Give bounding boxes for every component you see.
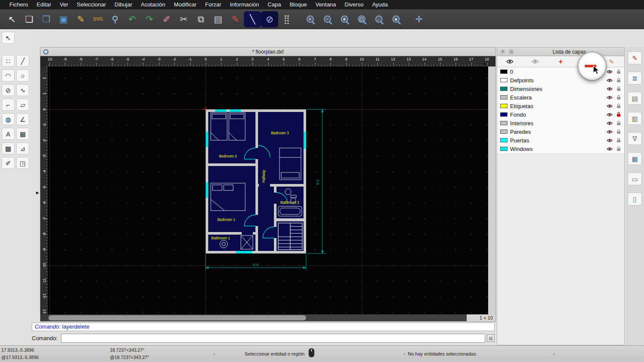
layer-visibility-icon[interactable] [607,70,613,74]
layer-visibility-icon[interactable] [607,147,613,151]
layer-lock-icon[interactable] [617,86,621,91]
scrollbar-thumb[interactable] [49,315,306,320]
layer-lock-icon[interactable] [617,129,621,134]
block-list-panel-button[interactable]: ▤ [628,92,642,105]
zoom-out-button[interactable]: − [319,11,336,27]
previous-view-button[interactable]: ← [370,11,387,27]
ellipse-tool[interactable]: ⊘ [2,84,15,96]
layer-row[interactable]: Interiores ✎ [497,119,624,127]
layer-visibility-icon[interactable] [607,104,613,108]
spline-tool[interactable]: ∿ [16,84,29,96]
horizontal-scrollbar[interactable] [48,314,468,321]
edit-drawing-button[interactable]: ✎ [72,11,89,27]
select-tool-button[interactable]: ↖ [3,11,21,27]
floorplan-drawing[interactable]: Bedroom 3 Bedroom 2 Hallway Bathroom 2 B… [202,107,331,273]
layer-visibility-icon[interactable] [607,78,613,82]
pan-button[interactable]: ✛ [410,11,428,27]
layer-list-panel-button[interactable]: ≣ [628,72,642,84]
image-tool[interactable]: ▦ [16,128,29,140]
command-options-button[interactable]: ▤ [487,334,495,342]
close-panel-button[interactable]: ✕ [500,49,506,55]
palette-select-tool-button[interactable]: ↖ [2,32,15,44]
menu-item[interactable]: Bloque [285,0,311,9]
layer-visibility-icon[interactable] [607,139,613,142]
eraser-button[interactable]: ✐ [158,11,175,27]
text-tool[interactable]: A [2,128,15,140]
panel-collapse-handle[interactable]: ► [35,190,40,195]
menu-item[interactable]: Ver [55,0,73,9]
layer-lock-icon[interactable] [617,78,621,83]
menu-item[interactable]: Modificar [170,0,201,9]
layer-visibility-icon[interactable] [607,87,613,91]
paste-button[interactable]: ▤ [210,11,227,27]
layer-lock-icon[interactable] [617,146,621,151]
cut-button[interactable]: ✂ [175,11,192,27]
menu-item[interactable]: Forzar [201,0,226,9]
add-layer-button[interactable]: + [548,57,573,67]
copy-button[interactable]: ⧉ [192,11,210,27]
layer-lock-icon[interactable] [617,121,621,126]
menu-item[interactable]: Ayuda [368,0,392,9]
library-browser-panel-button[interactable]: ▦ [628,152,642,165]
arc-tool[interactable]: ◠ [2,69,15,81]
ellipse-tool-button[interactable]: ⊘ [261,11,278,27]
layer-lock-icon[interactable] [617,95,621,100]
zoom-in-button[interactable]: + [301,11,319,27]
selection-filter-panel-button[interactable]: ∇ [628,132,642,145]
zoom-window-button[interactable]: ▢ [353,11,370,27]
layer-visibility-icon[interactable] [607,96,613,100]
auto-zoom-button[interactable]: ∗ [336,11,353,27]
layer-row[interactable]: Windows ✎ [497,145,624,153]
menu-item[interactable]: Fichero [5,0,32,9]
clipboard-panel-button[interactable]: ▯ [628,193,642,205]
fill-tool[interactable]: ▩ [2,142,15,154]
layer-row[interactable]: Paredes ✎ [497,127,624,136]
redo-button[interactable]: ↷ [141,11,158,27]
modify-tool[interactable]: ✐ [2,157,15,169]
layer-row[interactable]: Escalera ✎ [497,93,624,102]
menu-item[interactable]: Capa [263,0,285,9]
layer-row[interactable]: Etiquetas ✎ [497,102,624,110]
save-file-button[interactable]: ▣ [55,11,72,27]
show-all-layers-button[interactable] [497,57,522,67]
layer-row[interactable]: Puertas ✎ [497,136,624,145]
grid-toggle-button[interactable]: ⣿ [278,11,295,27]
layer-lock-icon[interactable] [617,112,621,117]
layer-row[interactable]: Defpoints ✎ [497,76,624,84]
menu-item[interactable]: Diverso [340,0,368,9]
layer-row[interactable]: Fondo ✎ [497,110,624,119]
layer-visibility-icon[interactable] [607,121,613,125]
menu-item[interactable]: Editar [32,0,55,9]
view-list-panel-button[interactable]: ▥ [628,112,642,125]
measure-tool[interactable]: ⊿ [16,142,29,154]
vertical-scrollbar[interactable] [488,66,495,315]
layer-visibility-icon[interactable] [607,130,613,134]
hide-all-layers-button[interactable] [522,57,548,67]
isometric-tool[interactable]: ◳ [16,157,29,169]
zoom-selection-button[interactable]: ■ [387,11,404,27]
drawing-canvas[interactable]: Bedroom 3 Bedroom 2 Hallway Bathroom 2 B… [48,66,489,315]
polyline-tool[interactable]: ⌐ [2,99,15,111]
svg-export-button[interactable]: SVG [89,11,106,27]
float-panel-button[interactable]: ◫ [508,49,514,55]
dimension-tool[interactable]: ∠ [16,113,29,125]
polygon-tool[interactable]: ▱ [16,99,29,111]
property-editor-panel-button[interactable]: ✎ [628,51,642,64]
menu-item[interactable]: Ventana [311,0,340,9]
layer-lock-icon[interactable] [617,69,621,74]
menu-item[interactable]: Información [225,0,263,9]
menu-item[interactable]: Acotación [137,0,170,9]
line-tool-button[interactable]: ╲ [244,11,261,27]
menu-item[interactable]: Dibujar [110,0,137,9]
command-line-panel-button[interactable]: ▭ [628,172,642,185]
layer-lock-icon[interactable] [617,103,621,109]
new-file-button[interactable]: ❏ [21,11,38,27]
undo-button[interactable]: ↶ [124,11,141,27]
circle-tool[interactable]: ○ [16,69,29,81]
hatch-tool[interactable]: ◍ [2,113,15,125]
command-input[interactable] [61,334,485,343]
layer-visibility-icon[interactable] [607,113,613,117]
layer-row[interactable]: Dimensiones ✎ [497,84,624,93]
print-preview-button[interactable]: ⚲ [106,11,124,27]
line-tool[interactable]: ╱ [16,55,29,67]
